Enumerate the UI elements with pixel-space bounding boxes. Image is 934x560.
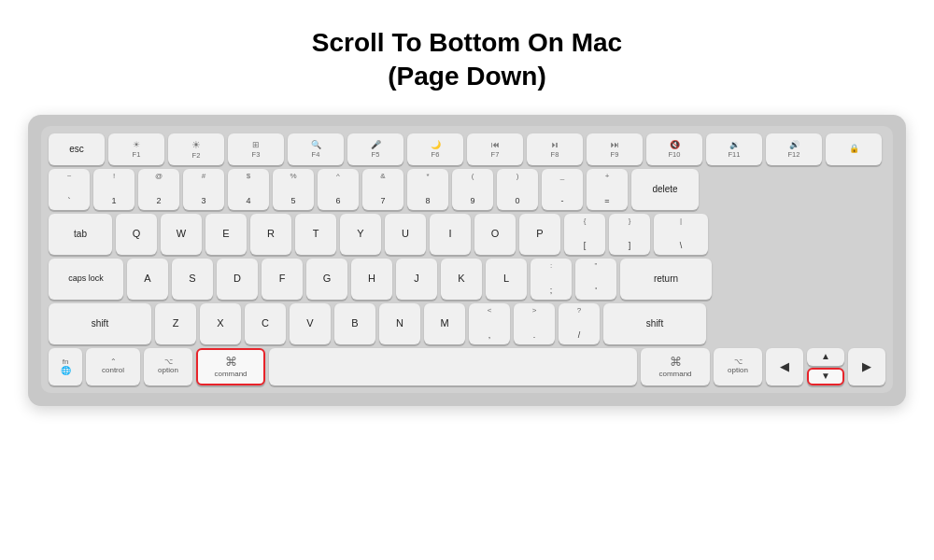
key-3[interactable]: # 3 bbox=[183, 169, 224, 210]
key-delete[interactable]: delete bbox=[631, 169, 699, 210]
page-title: Scroll To Bottom On Mac (Page Down) bbox=[312, 26, 622, 94]
key-a[interactable]: A bbox=[127, 259, 168, 300]
key-d[interactable]: D bbox=[217, 259, 258, 300]
key-period[interactable]: > . bbox=[514, 303, 555, 344]
key-control[interactable]: ⌃ control bbox=[86, 348, 140, 385]
key-g[interactable]: G bbox=[306, 259, 347, 300]
keyboard: esc ☀ F1 ☀ F2 ⊞ F3 🔍 F4 🎤 F5 bbox=[41, 126, 893, 393]
asdf-row: caps lock A S D F G H J K L : ; " ' retu… bbox=[49, 259, 885, 300]
key-lock[interactable]: 🔒 bbox=[826, 133, 882, 165]
key-semicolon[interactable]: : ; bbox=[531, 259, 572, 300]
key-j[interactable]: J bbox=[396, 259, 437, 300]
key-f9[interactable]: ⏭ F9 bbox=[587, 133, 643, 165]
zxcv-row: shift Z X C V B N M < , > . ? / shift bbox=[49, 303, 885, 344]
key-return[interactable]: return bbox=[620, 259, 712, 300]
key-r[interactable]: R bbox=[250, 214, 291, 255]
key-5[interactable]: % 5 bbox=[273, 169, 314, 210]
arrow-cluster: ◀ ▲ ▼ ▶ bbox=[766, 348, 885, 385]
key-f2[interactable]: ☀ F2 bbox=[168, 133, 224, 165]
key-tab[interactable]: tab bbox=[49, 214, 112, 255]
key-backslash[interactable]: | \ bbox=[654, 214, 708, 255]
key-0[interactable]: ) 0 bbox=[497, 169, 538, 210]
qwerty-row: tab Q W E R T Y U I O P { [ } ] | \ bbox=[49, 214, 885, 255]
key-arrow-up[interactable]: ▲ bbox=[807, 348, 844, 366]
key-comma[interactable]: < , bbox=[469, 303, 510, 344]
key-esc[interactable]: esc bbox=[49, 133, 105, 165]
key-b[interactable]: B bbox=[334, 303, 375, 344]
key-6[interactable]: ^ 6 bbox=[318, 169, 359, 210]
key-f3[interactable]: ⊞ F3 bbox=[228, 133, 284, 165]
key-y[interactable]: Y bbox=[340, 214, 381, 255]
key-e[interactable]: E bbox=[205, 214, 247, 255]
key-f6[interactable]: 🌙 F6 bbox=[407, 133, 463, 165]
key-8[interactable]: * 8 bbox=[407, 169, 448, 210]
key-option-right[interactable]: ⌥ option bbox=[714, 348, 762, 385]
key-m[interactable]: M bbox=[424, 303, 465, 344]
key-capslock[interactable]: caps lock bbox=[49, 259, 123, 300]
key-i[interactable]: I bbox=[430, 214, 471, 255]
key-command-left[interactable]: ⌘ command bbox=[196, 348, 265, 385]
key-minus[interactable]: _ - bbox=[542, 169, 583, 210]
key-x[interactable]: X bbox=[200, 303, 241, 344]
key-shift-left[interactable]: shift bbox=[49, 303, 151, 344]
keyboard-wrapper: esc ☀ F1 ☀ F2 ⊞ F3 🔍 F4 🎤 F5 bbox=[28, 115, 906, 406]
key-v[interactable]: V bbox=[290, 303, 331, 344]
key-k[interactable]: K bbox=[441, 259, 482, 300]
key-t[interactable]: T bbox=[295, 214, 336, 255]
key-w[interactable]: W bbox=[161, 214, 202, 255]
key-9[interactable]: ( 9 bbox=[452, 169, 493, 210]
key-arrow-left[interactable]: ◀ bbox=[766, 348, 803, 385]
key-lbracket[interactable]: { [ bbox=[564, 214, 605, 255]
key-h[interactable]: H bbox=[351, 259, 392, 300]
key-f4[interactable]: 🔍 F4 bbox=[288, 133, 344, 165]
key-tilde[interactable]: ~ ` bbox=[49, 169, 90, 210]
bottom-row: fn 🌐 ⌃ control ⌥ option ⌘ command ⌘ comm… bbox=[49, 348, 885, 385]
key-f10[interactable]: 🔇 F10 bbox=[646, 133, 702, 165]
key-o[interactable]: O bbox=[474, 214, 516, 255]
arrow-row-top: ◀ ▲ ▼ ▶ bbox=[766, 348, 885, 385]
key-c[interactable]: C bbox=[245, 303, 286, 344]
key-f1[interactable]: ☀ F1 bbox=[108, 133, 164, 165]
key-1[interactable]: ! 1 bbox=[93, 169, 134, 210]
key-n[interactable]: N bbox=[379, 303, 420, 344]
key-f[interactable]: F bbox=[262, 259, 303, 300]
key-f8[interactable]: ⏯ F8 bbox=[527, 133, 583, 165]
key-p[interactable]: P bbox=[519, 214, 560, 255]
key-shift-right[interactable]: shift bbox=[603, 303, 706, 344]
key-7[interactable]: & 7 bbox=[362, 169, 403, 210]
key-command-right[interactable]: ⌘ command bbox=[641, 348, 710, 385]
key-f12[interactable]: 🔊 F12 bbox=[766, 133, 822, 165]
key-f5[interactable]: 🎤 F5 bbox=[347, 133, 403, 165]
key-rbracket[interactable]: } ] bbox=[609, 214, 650, 255]
key-arrow-down[interactable]: ▼ bbox=[807, 368, 844, 385]
number-row: ~ ` ! 1 @ 2 # 3 $ 4 % 5 bbox=[49, 169, 885, 210]
key-arrow-right[interactable]: ▶ bbox=[848, 348, 885, 385]
key-f11[interactable]: 🔉 F11 bbox=[706, 133, 762, 165]
key-u[interactable]: U bbox=[385, 214, 426, 255]
key-l[interactable]: L bbox=[486, 259, 527, 300]
key-equals[interactable]: + = bbox=[587, 169, 628, 210]
key-4[interactable]: $ 4 bbox=[228, 169, 269, 210]
key-q[interactable]: Q bbox=[116, 214, 157, 255]
key-2[interactable]: @ 2 bbox=[138, 169, 179, 210]
key-z[interactable]: Z bbox=[155, 303, 196, 344]
key-quote[interactable]: " ' bbox=[575, 259, 616, 300]
key-option-left[interactable]: ⌥ option bbox=[144, 348, 192, 385]
key-f7[interactable]: ⏮ F7 bbox=[467, 133, 523, 165]
key-spacebar[interactable] bbox=[269, 348, 637, 385]
key-s[interactable]: S bbox=[172, 259, 213, 300]
key-fn[interactable]: fn 🌐 bbox=[49, 348, 82, 385]
key-slash[interactable]: ? / bbox=[559, 303, 600, 344]
fn-row: esc ☀ F1 ☀ F2 ⊞ F3 🔍 F4 🎤 F5 bbox=[49, 133, 885, 165]
arrow-ud-col: ▲ ▼ bbox=[807, 348, 844, 385]
